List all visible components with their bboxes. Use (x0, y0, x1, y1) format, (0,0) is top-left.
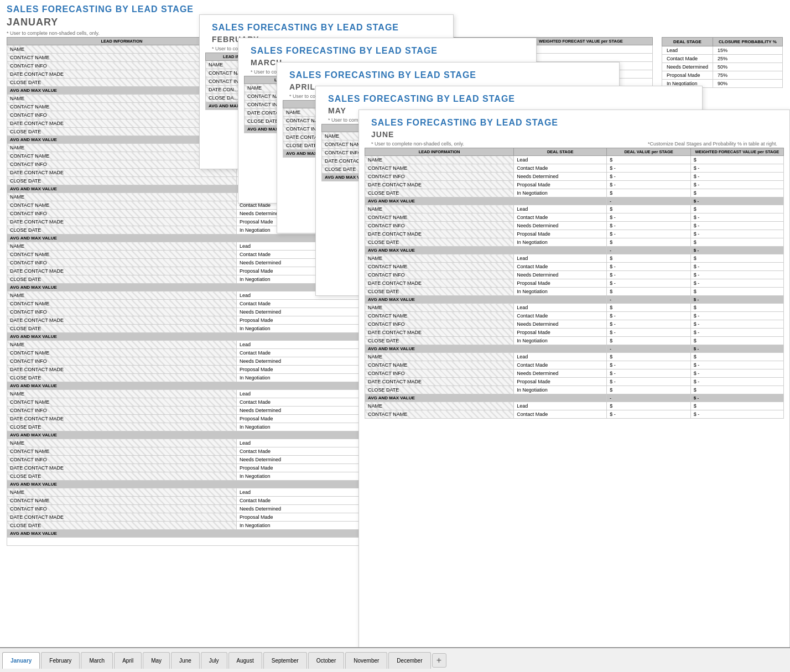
field-cd-8[interactable]: CLOSE DATE (7, 423, 237, 431)
dv-8b[interactable]: $ - (380, 398, 509, 407)
dv-8c[interactable]: $ - (380, 407, 509, 415)
field-contact-info-2[interactable]: CONTACT INFO (7, 111, 237, 119)
dv-7c[interactable]: $ (380, 357, 509, 366)
field-ci-5[interactable]: CONTACT INFO (7, 259, 237, 267)
dv-6c[interactable]: $ (380, 308, 509, 316)
field-cn-3[interactable]: CONTACT NAME (7, 152, 237, 160)
dv-3b[interactable]: $ (380, 152, 509, 160)
deal-value-1[interactable]: $ 11,000.00 (380, 45, 509, 54)
dv-5e[interactable]: $ (380, 275, 509, 284)
field-date-2[interactable]: DATE CONTACT MADE (7, 119, 237, 128)
dv-10d[interactable]: $ - (380, 513, 509, 522)
dv-5b[interactable]: $ (380, 251, 509, 259)
dv-3c[interactable]: $ (380, 160, 509, 169)
tab-october[interactable]: October (308, 652, 345, 669)
field-name-8[interactable]: NAME (7, 390, 237, 398)
dv-3e[interactable]: $ (380, 177, 509, 185)
dv-6e[interactable]: $ (380, 325, 509, 333)
tab-may[interactable]: May (143, 652, 170, 669)
field-cn-7[interactable]: CONTACT NAME (7, 349, 237, 357)
field-ci-7[interactable]: CONTACT INFO (7, 357, 237, 366)
deal-value-4[interactable]: $ 15,000.00 (380, 70, 509, 79)
deal-value-2a[interactable]: $ (380, 95, 509, 103)
tab-february[interactable]: February (41, 652, 80, 669)
dv-9e[interactable]: $ - (380, 472, 509, 481)
field-ci-4[interactable]: CONTACT INFO (7, 210, 237, 218)
dv-7a[interactable]: $ (380, 341, 509, 349)
deal-value-5[interactable]: $ 14,500.00 (380, 79, 509, 87)
field-ci-6[interactable]: CONTACT INFO (7, 308, 237, 316)
field-contact-name[interactable]: CONTACT NAME (7, 54, 237, 62)
tab-august[interactable]: August (228, 652, 262, 669)
dv-8d[interactable]: $ - (380, 415, 509, 423)
dv-4a[interactable]: $ (380, 193, 509, 201)
dv-6a[interactable]: $ (380, 291, 509, 300)
dv-2d[interactable]: $ (380, 119, 509, 128)
deal-value-3[interactable]: $ 16,000.00 (380, 62, 509, 70)
field-dc-3[interactable]: DATE CONTACT MADE (7, 169, 237, 177)
dv-10c[interactable]: $ - (380, 505, 509, 513)
dv-5d[interactable]: $ (380, 267, 509, 275)
dv-10b[interactable]: $ - (380, 497, 509, 505)
field-name-4[interactable]: NAME (7, 193, 237, 201)
field-cn-9[interactable]: CONTACT NAME (7, 447, 237, 456)
tab-september[interactable]: September (263, 652, 307, 669)
field-name-9[interactable]: NAME (7, 439, 237, 447)
field-name-5[interactable]: NAME (7, 242, 237, 251)
dv-8a[interactable]: $ - (380, 390, 509, 398)
field-cd-3[interactable]: CLOSE DATE (7, 177, 237, 185)
field-ci-9[interactable]: CONTACT INFO (7, 456, 237, 464)
field-ci-10[interactable]: CONTACT INFO (7, 505, 237, 513)
field-cd-6[interactable]: CLOSE DATE (7, 325, 237, 333)
field-dc-5[interactable]: DATE CONTACT MADE (7, 267, 237, 275)
field-dc-4[interactable]: DATE CONTACT MADE (7, 218, 237, 226)
field-ci-8[interactable]: CONTACT INFO (7, 407, 237, 415)
field-cn-5[interactable]: CONTACT NAME (7, 251, 237, 259)
dv-10e[interactable]: $ - (380, 522, 509, 530)
field-dc-7[interactable]: DATE CONTACT MADE (7, 366, 237, 374)
dv-5a[interactable]: $ (380, 242, 509, 251)
field-cd-5[interactable]: CLOSE DATE (7, 275, 237, 284)
dv-3d[interactable]: $ (380, 169, 509, 177)
field-name-7[interactable]: NAME (7, 341, 237, 349)
dv-3a[interactable]: $ (380, 144, 509, 152)
dv-2b[interactable]: $ (380, 103, 509, 111)
field-name-10[interactable]: NAME (7, 488, 237, 497)
field-dc-10[interactable]: DATE CONTACT MADE (7, 513, 237, 522)
dv-7b[interactable]: $ (380, 349, 509, 357)
field-dc-8[interactable]: DATE CONTACT MADE (7, 415, 237, 423)
dv-2e[interactable]: $ (380, 128, 509, 136)
field-cn-4[interactable]: CONTACT NAME (7, 201, 237, 210)
dv-6b[interactable]: $ (380, 300, 509, 308)
field-cd-9[interactable]: CLOSE DATE (7, 472, 237, 481)
field-date-contact-made[interactable]: DATE CONTACT MADE (7, 70, 237, 79)
dv-8e[interactable]: $ - (380, 423, 509, 431)
field-name-3[interactable]: NAME (7, 144, 237, 152)
dv-7d[interactable]: $ (380, 366, 509, 374)
dv-9d[interactable]: $ - (380, 464, 509, 472)
dv-9b[interactable]: $ - (380, 447, 509, 456)
field-close-2[interactable]: CLOSE DATE (7, 128, 237, 136)
dv-5c[interactable]: $ (380, 259, 509, 267)
dv-9c[interactable]: $ - (380, 456, 509, 464)
field-dc-6[interactable]: DATE CONTACT MADE (7, 316, 237, 325)
dv-9a[interactable]: $ - (380, 439, 509, 447)
field-cn-6[interactable]: CONTACT NAME (7, 300, 237, 308)
field-cd-10[interactable]: CLOSE DATE (7, 522, 237, 530)
field-name[interactable]: NAME (7, 45, 237, 54)
field-dc-9[interactable]: DATE CONTACT MADE (7, 464, 237, 472)
field-name-2[interactable]: NAME (7, 95, 237, 103)
dv-4e[interactable]: $ (380, 226, 509, 235)
tab-march[interactable]: March (81, 652, 113, 669)
tab-december[interactable]: December (388, 652, 430, 669)
dv-6d[interactable]: $ (380, 316, 509, 325)
dv-4b[interactable]: $ (380, 201, 509, 210)
field-cd-7[interactable]: CLOSE DATE (7, 374, 237, 382)
tab-june[interactable]: June (171, 652, 200, 669)
field-cn-8[interactable]: CONTACT NAME (7, 398, 237, 407)
dv-4d[interactable]: $ (380, 218, 509, 226)
field-close-date[interactable]: CLOSE DATE (7, 79, 237, 87)
tab-january[interactable]: January (2, 652, 40, 669)
deal-value-2[interactable]: $ 12,000.00 (380, 54, 509, 62)
dv-10a[interactable]: $ - (380, 488, 509, 497)
